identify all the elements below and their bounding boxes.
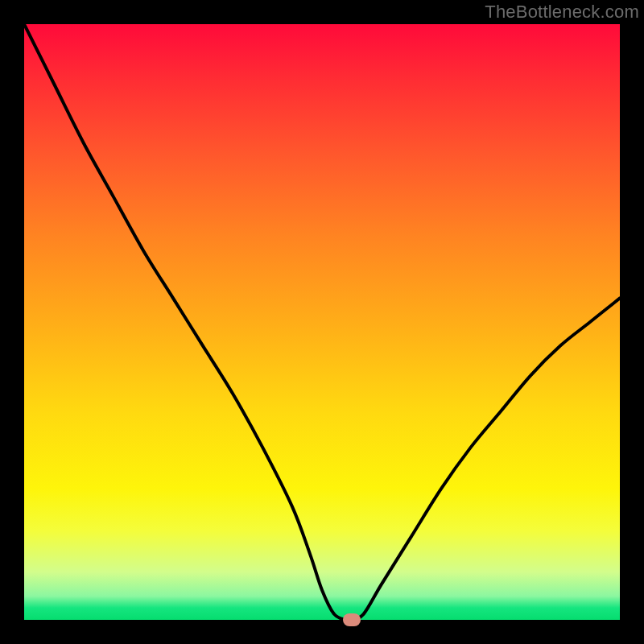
attribution-text: TheBottleneck.com (485, 2, 639, 23)
optimal-point-marker (343, 613, 361, 626)
bottleneck-curve (24, 24, 620, 620)
chart-frame: TheBottleneck.com (0, 0, 644, 644)
plot-area (24, 24, 620, 620)
